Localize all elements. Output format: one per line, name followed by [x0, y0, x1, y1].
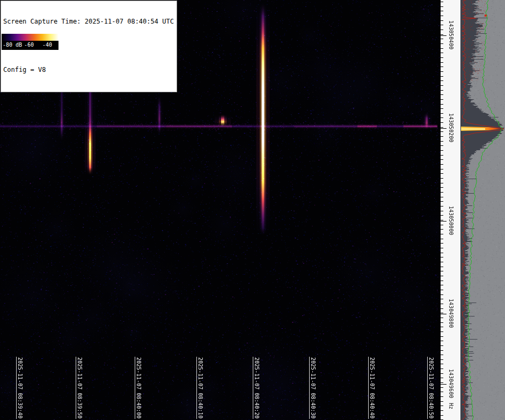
time-axis-label: 2025-11-07 08:40:40: [368, 357, 375, 419]
config-text: Config = V8: [3, 66, 174, 74]
colorbar-label-mid: -60: [24, 42, 34, 48]
colorbar-labels: -80 dB -60 -40: [2, 41, 58, 50]
capture-time-text: Screen Capture Time: 2025-11-07 08:40:54…: [3, 18, 174, 26]
frequency-axis-label: 143049600: [448, 369, 454, 398]
spectrum-lab-screen: 2025-11-07 08:39:402025-11-07 08:39:5020…: [0, 0, 505, 420]
frequency-axis-label: 143050400: [448, 20, 454, 49]
time-axis-label: 2025-11-07 08:40:10: [196, 357, 203, 419]
time-axis-label: 2025-11-07 08:40:30: [309, 357, 316, 419]
colorbar-gradient: [2, 34, 58, 41]
frequency-axis: 1430504001430502001430500001430498001430…: [440, 0, 460, 420]
time-axis-label: 2025-11-07 08:40:20: [253, 357, 260, 419]
colorbar-label-max: -40: [42, 42, 52, 48]
frequency-axis-label: 143050200: [448, 113, 454, 142]
amplitude-colorbar: -80 dB -60 -40: [1, 33, 59, 50]
time-axis-label: 2025-11-07 08:39:40: [16, 357, 23, 419]
time-axis-label: 2025-11-07 08:40:00: [135, 357, 142, 419]
time-axis-label: 2025-11-07 08:40:50: [427, 357, 434, 419]
colorbar-label-min: -80 dB: [3, 42, 22, 48]
spectrum-amplitude-panel: [460, 0, 505, 420]
frequency-axis-label: 143050000: [448, 206, 454, 235]
time-axis-label: 2025-11-07 08:39:50: [76, 357, 83, 419]
frequency-unit-label: Hz: [448, 403, 454, 409]
frequency-axis-label: 143049800: [448, 299, 454, 328]
